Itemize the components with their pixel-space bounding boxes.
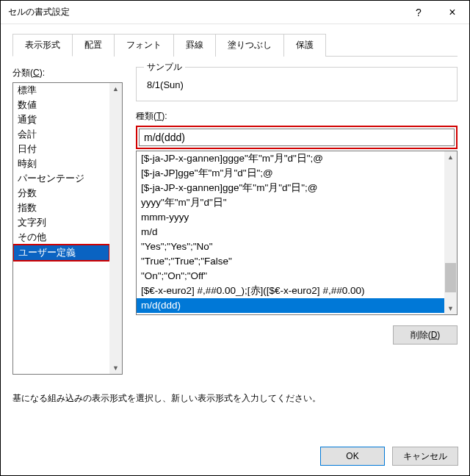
tab-3[interactable]: 罫線 <box>173 34 216 57</box>
tabs: 表示形式配置フォント罫線塗りつぶし保護 <box>12 33 458 57</box>
type-input-highlight: m/d(ddd) <box>136 126 458 149</box>
hint-text: 基になる組み込みの表示形式を選択し、新しい表示形式を入力してください。 <box>12 392 458 405</box>
type-list-item[interactable]: [$-ja-JP-x-gannen]ggge"年"m"月"d"日";@ <box>137 151 444 166</box>
category-item[interactable]: パーセンテージ <box>13 171 109 186</box>
category-item[interactable]: 時刻 <box>13 156 109 171</box>
cancel-button[interactable]: キャンセル <box>392 447 458 466</box>
tab-5[interactable]: 保護 <box>283 34 326 57</box>
type-list-item[interactable]: [$-ja-JP-x-gannen]gge"年"m"月"d"日";@ <box>137 181 444 195</box>
sample-group: サンプル 8/1(Sun) <box>136 67 458 101</box>
category-item[interactable]: 標準 <box>13 83 109 98</box>
category-label: 分類(C): <box>12 67 123 79</box>
scroll-down-icon[interactable]: ▼ <box>447 303 454 314</box>
category-item[interactable]: ユーザー定義 <box>14 245 109 260</box>
ok-button[interactable]: OK <box>320 447 385 466</box>
sample-value: 8/1(Sun) <box>145 75 448 95</box>
type-list-item[interactable]: m/d <box>137 225 444 239</box>
type-list-item[interactable]: m/d(ddd) <box>137 298 444 313</box>
delete-button[interactable]: 削除(D) <box>393 325 458 345</box>
type-list-item[interactable]: yyyy"年"m"月"d"日" <box>137 195 444 210</box>
type-list-item[interactable]: mmm-yyyy <box>137 210 444 225</box>
scroll-down-icon[interactable]: ▼ <box>112 362 119 374</box>
window-title: セルの書式設定 <box>8 6 402 18</box>
category-item[interactable]: 会計 <box>13 127 109 142</box>
category-item[interactable]: 文字列 <box>13 215 109 230</box>
type-label: 種類(T): <box>136 110 458 123</box>
category-item[interactable]: 分数 <box>13 186 109 201</box>
type-list-item[interactable]: [$-ja-JP]gge"年"m"月"d"日";@ <box>137 166 444 181</box>
scroll-up-icon[interactable]: ▲ <box>447 151 454 163</box>
scroll-thumb[interactable] <box>445 263 456 292</box>
category-item[interactable]: 指数 <box>13 201 109 215</box>
sample-label: サンプル <box>144 61 185 73</box>
category-item[interactable]: その他 <box>13 230 109 245</box>
category-item-highlight: ユーザー定義 <box>12 244 110 262</box>
type-list-item[interactable]: [$€-x-euro2] #,##0.00_);[赤]([$€-x-euro2]… <box>137 284 444 298</box>
type-list-item[interactable]: "On";"On";"Off" <box>137 269 444 284</box>
tab-1[interactable]: 配置 <box>72 34 115 57</box>
category-list[interactable]: 標準数値通貨会計日付時刻パーセンテージ分数指数文字列その他ユーザー定義 ▲ ▼ <box>12 82 123 375</box>
close-button[interactable]: × <box>435 1 469 24</box>
category-item[interactable]: 通貨 <box>13 112 109 127</box>
type-input[interactable]: m/d(ddd) <box>139 129 455 146</box>
category-item[interactable]: 数値 <box>13 98 109 112</box>
type-list-item[interactable]: "True";"True";"False" <box>137 254 444 269</box>
dialog-footer: OK キャンセル <box>0 436 470 476</box>
scroll-up-icon[interactable]: ▲ <box>112 83 119 95</box>
type-list[interactable]: [$-ja-JP-x-gannen]ggge"年"m"月"d"日";@[$-ja… <box>136 151 458 315</box>
category-item[interactable]: 日付 <box>13 142 109 156</box>
tab-2[interactable]: フォント <box>114 34 174 57</box>
titlebar: セルの書式設定 ? × <box>1 1 469 24</box>
type-scrollbar[interactable]: ▲ ▼ <box>444 151 457 314</box>
tab-4[interactable]: 塗りつぶし <box>215 34 284 57</box>
type-list-item[interactable]: "Yes";"Yes";"No" <box>137 239 444 254</box>
help-button[interactable]: ? <box>402 1 435 24</box>
category-scrollbar[interactable]: ▲ ▼ <box>109 83 122 374</box>
tab-0[interactable]: 表示形式 <box>12 34 73 57</box>
